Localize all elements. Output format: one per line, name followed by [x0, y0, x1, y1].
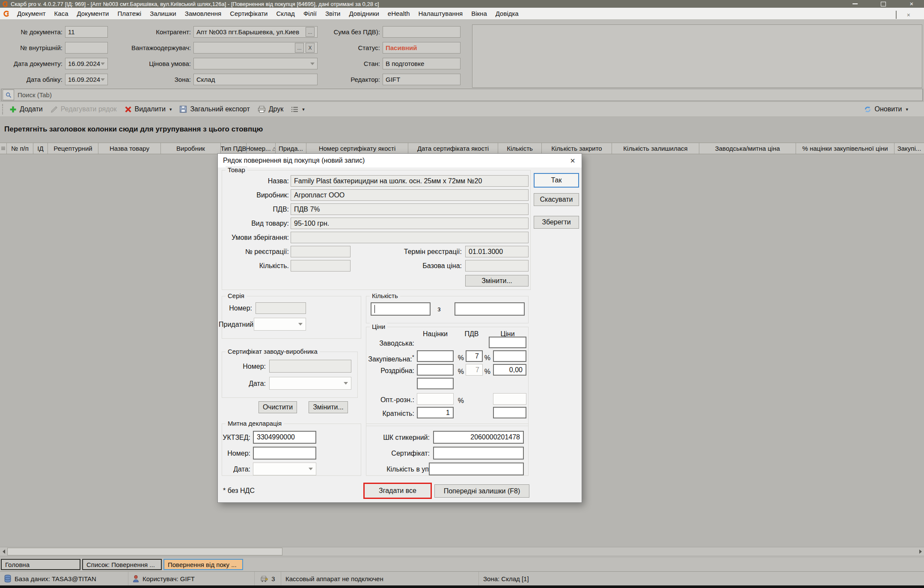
recall-all-button[interactable]: Згадати все [363, 483, 432, 499]
zone-field[interactable]: Склад [193, 74, 318, 85]
menu-item[interactable]: Звіти [321, 10, 345, 17]
purchase-price-field[interactable] [493, 350, 526, 362]
grid-column-header[interactable]: Рецептурний [48, 143, 98, 154]
mdi-restore-button[interactable] [896, 11, 897, 19]
menu-item[interactable]: Склад [272, 10, 299, 17]
purchase-markup-input[interactable] [417, 350, 454, 362]
sum-without-vat-field[interactable] [383, 26, 461, 38]
scroll-left-button[interactable] [0, 548, 7, 555]
previous-stock-button[interactable]: Попередні залишки (F8) [434, 484, 529, 498]
mdi-close-button[interactable]: × [907, 13, 910, 17]
accounting-date-combo[interactable]: 16.09.2024 [65, 74, 108, 85]
quantity-input[interactable] [371, 302, 431, 316]
grid-column-header[interactable]: Кількість закрито [542, 143, 612, 154]
customs-number-input[interactable] [253, 447, 316, 460]
manufacturer-field[interactable]: Агропласт ООО [291, 189, 529, 201]
grid-column-header[interactable]: % націнки закупівельної ціни [796, 143, 894, 154]
grid-column-header[interactable]: Тип ПДВ [221, 143, 247, 154]
retail-price-field[interactable]: 0,00 [493, 364, 526, 376]
menu-item[interactable]: Каса [50, 10, 73, 17]
grid-column-header[interactable]: Номер...△ [247, 143, 276, 154]
multiplicity-price-field[interactable] [493, 407, 526, 418]
certificate-date-combo[interactable] [269, 377, 351, 390]
export-button[interactable]: Загальний експорт [175, 103, 253, 116]
uktzed-input[interactable]: 3304990000 [253, 431, 316, 444]
pack-quantity-input[interactable] [429, 463, 524, 475]
search-input[interactable]: Поиск (Tab) [18, 91, 52, 98]
menu-item[interactable]: eHealth [383, 10, 414, 17]
base-price-field[interactable] [465, 260, 529, 272]
tab[interactable]: Список: Повернення ... [82, 559, 162, 570]
product-name-field[interactable]: Family Plast бактерицидни на шолк. осн. … [291, 175, 529, 187]
menu-item[interactable]: Вікна [467, 10, 491, 17]
menu-item[interactable]: Довідка [491, 10, 523, 17]
grid-column-header[interactable]: Дата сертифіката якості [408, 143, 498, 154]
menu-item[interactable]: Документи [72, 10, 113, 17]
scroll-right-button[interactable] [917, 548, 924, 555]
close-button[interactable]: × [909, 1, 915, 6]
grid-column-header[interactable]: Заводська/митна ціна [699, 143, 796, 154]
ok-button[interactable]: Так [534, 173, 579, 188]
cancel-button[interactable]: Скасувати [534, 193, 579, 206]
menu-item[interactable]: Налаштування [414, 10, 467, 17]
menu-item[interactable]: Замовлення [181, 10, 226, 17]
grid-column-header[interactable]: Кількість [498, 143, 542, 154]
sticker-certificate-input[interactable] [433, 447, 524, 460]
save-button[interactable]: Зберегти [534, 216, 579, 229]
factory-price-field[interactable] [489, 337, 526, 348]
delete-button[interactable]: Видалити ▾ [121, 103, 176, 116]
wholesale-markup-input[interactable] [417, 393, 454, 405]
edit-row-button[interactable]: Редагувати рядок [47, 103, 121, 116]
series-valid-combo[interactable] [254, 318, 306, 331]
doc-date-combo[interactable]: 16.09.2024 [65, 58, 108, 69]
grid-column-header[interactable]: Кількість залишилася [612, 143, 699, 154]
maximize-button[interactable] [880, 1, 886, 6]
change-certificate-button[interactable]: Змінити... [309, 401, 348, 413]
grid-column-header[interactable]: Виробник [161, 143, 221, 154]
change-base-price-button[interactable]: Змінити... [465, 275, 529, 287]
certificate-number-field[interactable] [269, 360, 351, 373]
retail-markup-input[interactable] [417, 364, 454, 376]
menu-item[interactable]: Залишки [146, 10, 181, 17]
refresh-button[interactable]: Оновити ▾ [860, 103, 912, 116]
contractor-field[interactable]: Апт №003 пгт.Барышевка, ул.Киев ... [193, 26, 318, 38]
doc-number-field[interactable]: 11 [65, 26, 108, 38]
grid-column-header[interactable]: Закупі... [894, 143, 924, 154]
extra-markup-input[interactable] [417, 378, 454, 389]
horizontal-scrollbar[interactable] [0, 547, 924, 555]
grid-column-header[interactable]: Назва товару [98, 143, 161, 154]
internal-number-field[interactable] [65, 42, 108, 54]
toolbar-grip[interactable] [2, 104, 3, 114]
grid-column-header[interactable]: Прида... [276, 143, 306, 154]
reg-term-field[interactable]: 01.01.3000 [465, 246, 529, 257]
reg-number-field[interactable] [291, 246, 351, 257]
purchase-vat-input[interactable]: 7 [466, 350, 483, 362]
menu-item[interactable]: Філії [299, 10, 321, 17]
vat-field[interactable]: ПДВ 7% [291, 203, 529, 215]
add-button[interactable]: Додати [6, 103, 47, 116]
menu-item[interactable]: Довідники [345, 10, 383, 17]
product-qty-field[interactable] [291, 260, 351, 272]
grid-column-header[interactable]: ІД [33, 143, 48, 154]
consignee-field[interactable]: ... X [193, 42, 318, 54]
price-condition-combo[interactable] [193, 58, 318, 69]
quantity-of-field[interactable] [455, 302, 525, 316]
product-kind-field[interactable]: 95-100 грн. [291, 218, 529, 229]
dialog-close-button[interactable]: × [564, 154, 582, 167]
group-by-drop-zone[interactable]: Перетягніть заголовок колонки сюди для у… [4, 125, 263, 134]
storage-conditions-field[interactable] [291, 232, 529, 243]
menu-item[interactable]: Документ [13, 10, 50, 17]
sticker-barcode-input[interactable]: 2060000201478 [433, 431, 524, 444]
wholesale-price-field[interactable] [493, 393, 526, 405]
multiplicity-input[interactable]: 1 [417, 407, 454, 418]
tab[interactable]: Повернення від поку ... [163, 559, 243, 570]
minimize-button[interactable] [852, 1, 858, 6]
search-bar[interactable]: Поиск (Tab) [1, 89, 923, 101]
print-options-button[interactable]: ▾ [287, 103, 309, 116]
clear-certificate-button[interactable]: Очистити [258, 401, 297, 413]
print-button[interactable]: Друк [254, 103, 288, 116]
grid-column-header[interactable]: № п/п [7, 143, 33, 154]
grid-column-header[interactable]: Номер сертифікату якості [306, 143, 408, 154]
customs-date-combo[interactable] [253, 463, 316, 475]
series-number-field[interactable] [256, 302, 306, 314]
